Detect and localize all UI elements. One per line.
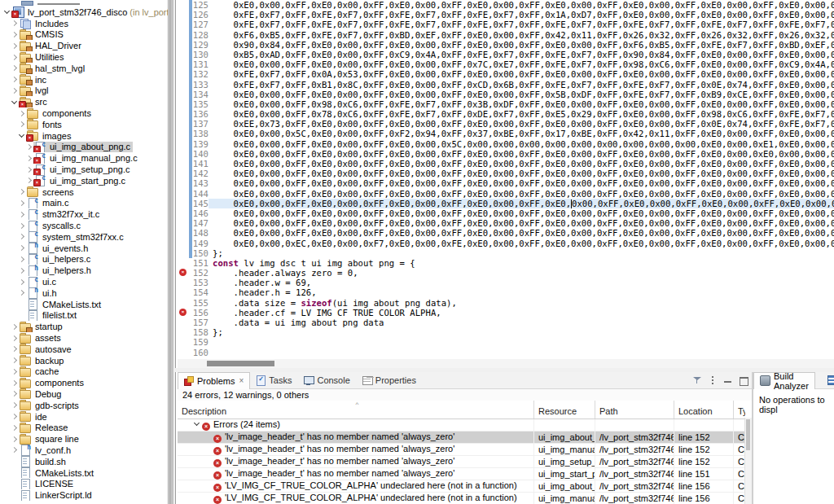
expand-arrow-icon[interactable] xyxy=(18,210,26,218)
line-number[interactable]: 150 xyxy=(192,248,208,258)
line-number[interactable]: 154 xyxy=(192,287,208,297)
tree-item-hal-stm-lvgl[interactable]: hal_stm_lvgl xyxy=(0,63,168,74)
code-text[interactable]: 0xE0,0x00,0xFF,0xE0,0x00,0xFF,0xE0,0x00,… xyxy=(208,189,834,199)
line-number[interactable]: 131 xyxy=(192,59,208,69)
expand-arrow-icon[interactable] xyxy=(11,64,19,72)
expand-arrow-icon[interactable] xyxy=(11,413,19,421)
tree-item-lv-conf-h[interactable]: lv_conf.h xyxy=(0,445,168,456)
editor-horizontal-scrollbar[interactable] xyxy=(178,359,834,368)
editor-line[interactable]: 136 0xE0,0x00,0xFF,0x78,0xC6,0xFF,0xFE,0… xyxy=(178,109,834,119)
tree-item-screens[interactable]: screens xyxy=(0,186,168,198)
line-number[interactable]: 134 xyxy=(192,90,208,99)
editor-line[interactable]: 141 0xE0,0x00,0xFF,0xE0,0x00,0xFF,0xE0,0… xyxy=(178,159,834,169)
expand-arrow-icon[interactable] xyxy=(11,446,19,454)
expand-arrow-icon[interactable] xyxy=(18,109,26,117)
column-header-description[interactable]: Description^ xyxy=(178,401,533,419)
close-tab-icon[interactable]: × xyxy=(239,376,244,385)
tree-item-includes[interactable]: Includes xyxy=(0,18,168,29)
code-text[interactable]: 0xE0,0x00,0xFF,0xE0,0x00,0xFF,0xE0,0x00,… xyxy=(208,0,834,10)
tree-item-body[interactable]: ×images xyxy=(26,130,73,142)
editor-line[interactable]: 160 xyxy=(178,348,834,357)
code-text[interactable]: 0xE0,0x00,0xFF,0xE0,0x00,0xFF,0xE0,0x00,… xyxy=(208,218,834,228)
tree-item-ui-img-manual-png-c[interactable]: ×ui_img_manual_png.c xyxy=(0,152,168,164)
tree-item-body[interactable]: CMakeLists.txt xyxy=(26,299,103,310)
editor-line[interactable]: 127 0xFE,0xF7,0xFF,0xFE,0xF7,0xFF,0xFE,0… xyxy=(178,20,834,29)
tree-item-fonts[interactable]: fonts xyxy=(0,119,168,130)
tree-item-debug[interactable]: Debug xyxy=(0,388,168,400)
editor-line[interactable]: 159 xyxy=(178,337,834,347)
editor-line[interactable]: 143 0xE0,0x00,0xFF,0xE0,0x00,0xFF,0xE0,0… xyxy=(178,178,834,188)
editor-line[interactable]: 135 0xE0,0x00,0xFF,0x98,0xC6,0xFF,0xFE,0… xyxy=(178,99,834,109)
tree-item-body[interactable]: startup xyxy=(19,321,65,332)
line-number[interactable]: 126 xyxy=(192,10,208,20)
code-text[interactable]: 0xEE,0x73,0xFF,0xE0,0x00,0xFF,0xE0,0x00,… xyxy=(208,119,834,129)
line-number[interactable]: 149 xyxy=(192,239,208,248)
tree-item-inc[interactable]: inc xyxy=(0,74,168,85)
problems-vertical-scrollbar[interactable] xyxy=(744,418,752,504)
editor-line[interactable]: 149 0xE0,0x00,0xEC,0xE0,0x00,0xF7,0xE0,0… xyxy=(178,239,834,248)
tree-item-body[interactable]: ×ui_img_about_png.c xyxy=(33,142,133,153)
code-text[interactable] xyxy=(208,337,834,347)
minimize-icon[interactable] xyxy=(723,375,733,385)
code-text[interactable]: .header.cf = LV_IMG_CF_TRUE_COLOR_ALPHA, xyxy=(208,308,834,318)
tab-problems[interactable]: Problems× xyxy=(178,372,250,389)
tree-item-body[interactable]: hal_stm_lvgl xyxy=(19,63,87,74)
editor-line[interactable]: 150}; xyxy=(178,248,834,258)
code-text[interactable]: 0xB5,0xAD,0xFF,0xE0,0x00,0xFF,0xC9,0x4A,… xyxy=(208,50,834,59)
code-text[interactable]: 0xE0,0x00,0xFF,0x78,0xC6,0xFF,0xFE,0xF7,… xyxy=(208,109,834,119)
line-number[interactable]: 148 xyxy=(192,228,208,238)
tree-item-ui-img-setup-png-c[interactable]: ×ui_img_setup_png.c xyxy=(0,164,168,175)
tree-item-body[interactable]: ui.c xyxy=(26,276,59,287)
expand-arrow-icon[interactable] xyxy=(18,244,26,252)
code-text[interactable]: 0xE0,0x00,0xFF,0xE0,0x00,0xFF,0xE0,0x00,… xyxy=(208,59,834,69)
line-number[interactable]: 130 xyxy=(192,50,208,59)
editor-line[interactable]: 138 0xE0,0x00,0x5C,0xE0,0x00,0xFF,0xF2,0… xyxy=(178,129,834,138)
expand-arrow-icon[interactable] xyxy=(11,390,19,398)
expand-arrow-icon[interactable] xyxy=(18,199,26,207)
collapse-arrow-icon[interactable] xyxy=(11,98,19,106)
tree-item-backup[interactable]: backup xyxy=(0,355,168,366)
line-number[interactable]: 128 xyxy=(192,30,208,40)
tree-item-body[interactable]: LinkerScript.ld xyxy=(19,489,94,501)
expand-arrow-icon[interactable] xyxy=(11,401,19,410)
expand-arrow-icon[interactable] xyxy=(18,188,26,196)
editor-line[interactable]: 153 .header.w = 69, xyxy=(178,278,834,287)
editor-line[interactable]: 129 0x90,0x84,0xFF,0xE0,0x00,0xFF,0xE0,0… xyxy=(178,40,834,50)
tree-item-body[interactable]: ui_helpers.h xyxy=(26,265,94,276)
code-editor[interactable]: 125 0xE0,0x00,0xFF,0xE0,0x00,0xFF,0xE0,0… xyxy=(178,0,834,359)
tree-item-lvgl[interactable]: lvgl xyxy=(0,85,168,97)
code-text[interactable]: 0xE0,0x00,0xFF,0xE0,0x00,0xFF,0xE0,0x00,… xyxy=(208,90,834,99)
tree-item-body[interactable]: Debug xyxy=(19,388,64,400)
collapse-arrow-icon[interactable] xyxy=(3,8,11,16)
code-text[interactable]: 0xE0,0x00,0xFF,0xE0,0x00,0xFF,0xE0,0x00,… xyxy=(208,178,834,188)
expand-arrow-icon[interactable] xyxy=(11,379,19,387)
collapse-arrow-icon[interactable] xyxy=(193,421,200,427)
editor-line[interactable]: 147 0xE0,0x00,0xFF,0xE0,0x00,0xFF,0xE0,0… xyxy=(178,218,834,228)
code-text[interactable]: 0x90,0x84,0xFF,0xE0,0x00,0xFF,0xE0,0x00,… xyxy=(208,40,834,50)
tree-item-ui-helpers-c[interactable]: ui_helpers.c xyxy=(0,254,168,265)
line-number[interactable]: 143 xyxy=(192,178,208,188)
editor-line[interactable]: ×156 .header.cf = LV_IMG_CF_TRUE_COLOR_A… xyxy=(178,308,834,318)
line-number[interactable]: 152 xyxy=(192,268,208,278)
line-number[interactable]: 125 xyxy=(192,0,208,10)
editor-line[interactable]: 125 0xE0,0x00,0xFF,0xE0,0x00,0xFF,0xE0,0… xyxy=(178,0,834,10)
code-text[interactable]: 0xE0,0x00,0xFF,0xE0,0x00,0xFF,0xE0,0x00,… xyxy=(208,228,834,238)
code-text[interactable]: 0xFE,0xF7,0xFF,0xFE,0xF7,0xFF,0xFE,0xF7,… xyxy=(208,10,834,20)
expand-arrow-icon[interactable] xyxy=(11,20,19,28)
line-number[interactable]: 153 xyxy=(192,278,208,287)
line-number[interactable]: 132 xyxy=(192,69,208,79)
tree-item-body[interactable]: LICENSE xyxy=(19,478,76,489)
tree-item-body[interactable]: Utilities xyxy=(19,51,66,63)
tree-item-autosave[interactable]: autosave xyxy=(0,344,168,355)
code-text[interactable]: .header.h = 126, xyxy=(208,287,834,297)
editor-line[interactable]: 155 .data_size = sizeof(ui_img_about_png… xyxy=(178,298,834,308)
line-number[interactable]: 145 xyxy=(192,199,208,208)
tab-console[interactable]: Console xyxy=(298,372,356,388)
tree-item-main-c[interactable]: main.c xyxy=(0,198,168,209)
error-marker-icon[interactable]: × xyxy=(179,309,187,316)
line-number[interactable]: 136 xyxy=(192,109,208,119)
code-text[interactable]: 0xE0,0x00,0xFF,0xE0,0x00,0xFF,0xE0,0x00,… xyxy=(208,199,834,208)
code-text[interactable]: 0xE0,0x00,0xFF,0xE0,0x00,0xFF,0xE0,0x00,… xyxy=(208,149,834,159)
tree-item-body[interactable]: square line xyxy=(19,433,81,445)
expand-arrow-icon[interactable] xyxy=(11,367,19,375)
